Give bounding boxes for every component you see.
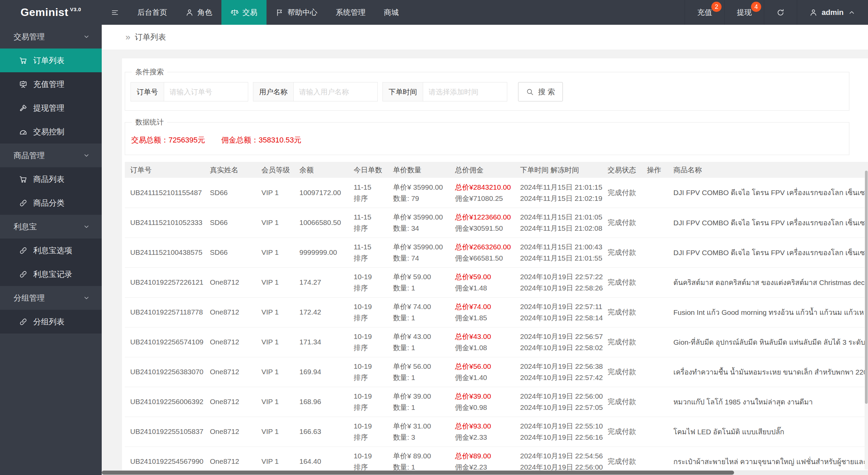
commission: 佣金¥1.48 <box>455 282 515 293</box>
nav-item-system[interactable]: 系统管理 <box>327 0 375 25</box>
sidebar-group-goods-mgmt[interactable]: 商品管理 <box>0 144 102 167</box>
real-name-cell: One8712 <box>204 417 256 446</box>
total-commission-cell: 总价¥93.00佣金¥2.33 <box>450 417 515 446</box>
quantity: 数量: 34 <box>393 223 450 234</box>
sidebar-item-label: 利息宝选项 <box>33 245 72 256</box>
day-date: 11-15 <box>354 211 388 223</box>
day-count-cell: 11-15排序 <box>348 238 388 267</box>
nav-item-label: 帮助中心 <box>288 7 317 18</box>
trade-total-stat: 交易总额：7256395元 <box>131 136 205 144</box>
sidebar-item-withdraw-mgmt[interactable]: 提现管理 <box>0 96 102 120</box>
breadcrumb: » 订单列表 <box>102 25 868 50</box>
nav-item-label: 商城 <box>384 7 399 18</box>
person-icon <box>185 8 194 17</box>
app-logo: Geminist V3.0 <box>0 0 102 25</box>
product-name-cell: DJI FPV COMBO ดีเจไอ โดรน FPV เครื่องแรก… <box>668 178 868 208</box>
day-date: 10-19 <box>354 301 388 312</box>
table-row: UB2410192257118778One8712VIP 1172.4210-1… <box>125 297 868 327</box>
search-button[interactable]: 搜 索 <box>518 82 563 101</box>
search-row: 订单号 用户名称 下单时间 搜 索 <box>131 82 849 101</box>
status-cell: 完成付款 <box>602 208 642 238</box>
balance-cell: 169.94 <box>294 357 348 387</box>
nav-item-trade[interactable]: 交易 <box>221 0 267 25</box>
day-count-cell: 11-15排序 <box>348 178 388 208</box>
sidebar-panel-goods-mgmt: 商品列表商品分类 <box>0 167 102 215</box>
quantity: 数量: 1 <box>393 312 450 323</box>
flag-icon <box>276 8 284 17</box>
sidebar-item-lixibao-records[interactable]: 利息宝记录 <box>0 262 102 286</box>
menu-toggle-button[interactable] <box>102 0 128 25</box>
time-cell: 2024年10月19日 22:56:382024年10月19日 22:57:42 <box>515 357 602 387</box>
status-cell: 完成付款 <box>602 178 642 208</box>
top-navbar: Geminist V3.0 后台首页角色交易帮助中心系统管理商城 充值2提现4a… <box>0 0 868 25</box>
sidebar-group-group-mgmt[interactable]: 分组管理 <box>0 286 102 310</box>
level-cell: VIP 1 <box>256 208 294 238</box>
sidebar-item-recharge-mgmt[interactable]: 充值管理 <box>0 72 102 96</box>
link-icon <box>19 318 27 326</box>
order-no-cell: UB2410192257226121 <box>125 267 204 297</box>
order-no-cell: UB2410192257118778 <box>125 297 204 327</box>
total-price: 总价¥89.00 <box>455 450 515 461</box>
table-row: UB2411152101052333SD66VIP 110066580.5011… <box>125 208 868 238</box>
nav-item-mall[interactable]: 商城 <box>375 0 408 25</box>
nav-item-withdraw[interactable]: 提现4 <box>724 0 764 25</box>
stats-fieldset: 数据统计 交易总额：7256395元 佣金总额：358310.53元 <box>125 117 849 155</box>
nav-item-roles[interactable]: 角色 <box>176 0 221 25</box>
sidebar-item-trade-control[interactable]: 交易控制 <box>0 120 102 144</box>
order-time: 2024年11月15日 21:00:43 <box>520 241 602 252</box>
sidebar-item-goods-list[interactable]: 商品列表 <box>0 167 102 191</box>
link-icon <box>19 199 27 207</box>
user-name-input[interactable] <box>294 82 377 101</box>
action-cell <box>642 417 668 446</box>
sidebar-panel-group-mgmt: 分组列表 <box>0 310 102 334</box>
real-name-cell: SD66 <box>204 178 256 208</box>
order-time-field-label: 下单时间 <box>383 82 423 101</box>
content-card: 条件搜索 订单号 用户名称 下单时间 <box>122 58 868 475</box>
order-no-cell: UB2410192256383070 <box>125 357 204 387</box>
day-date: 11-15 <box>354 241 388 252</box>
quantity: 数量: 1 <box>393 342 450 353</box>
horizontal-scrollbar-thumb[interactable] <box>102 471 734 475</box>
link-icon <box>19 246 27 255</box>
unit-price-qty-cell: 单价¥ 35990.00数量: 74 <box>388 238 450 267</box>
order-time-input[interactable] <box>423 82 507 101</box>
order-no-input[interactable] <box>164 82 248 101</box>
main-area: » 订单列表 条件搜索 订单号 用户名称 <box>102 25 868 475</box>
sidebar-item-group-list[interactable]: 分组列表 <box>0 310 102 334</box>
nav-item-help[interactable]: 帮助中心 <box>267 0 327 25</box>
level-cell: VIP 1 <box>256 238 294 267</box>
table-header-row: 订单号真实姓名会员等级余额今日单数单价数量总价佣金下单时间 解冻时间交易状态操作… <box>125 162 868 178</box>
content-area: 条件搜索 订单号 用户名称 下单时间 <box>102 50 868 475</box>
cart-icon <box>19 175 27 184</box>
column-header: 今日单数 <box>348 162 388 178</box>
vertical-scrollbar-thumb[interactable] <box>865 171 868 404</box>
nav-item-home[interactable]: 后台首页 <box>128 0 176 25</box>
level-cell: VIP 1 <box>256 327 294 357</box>
total-price: 总价¥56.00 <box>455 361 515 372</box>
total-commission-cell: 总价¥74.00佣金¥1.85 <box>450 297 515 327</box>
sidebar-item-lixibao-options[interactable]: 利息宝选项 <box>0 239 102 262</box>
commission: 佣金¥1.85 <box>455 312 515 323</box>
commission: 佣金¥30591.50 <box>455 223 515 234</box>
order-no-cell: UB2411152101052333 <box>125 208 204 238</box>
unfreeze-time: 2024年10月19日 22:56:16 <box>520 432 602 443</box>
navbar-right: 充值2提现4admin <box>685 0 868 25</box>
sidebar-group-trade-mgmt[interactable]: 交易管理 <box>0 25 102 49</box>
day-count-cell: 10-19排序 <box>348 357 388 387</box>
order-time: 2024年10月19日 22:54:56 <box>520 450 602 461</box>
sidebar-item-goods-category[interactable]: 商品分类 <box>0 191 102 215</box>
nav-item-admin[interactable]: admin <box>797 0 868 25</box>
sidebar-group-lixibao[interactable]: 利息宝 <box>0 215 102 239</box>
sidebar-item-order-list[interactable]: 订单列表 <box>0 49 102 72</box>
refresh-button[interactable] <box>764 0 797 25</box>
sort-label: 排序 <box>354 342 388 353</box>
day-date: 11-15 <box>354 182 388 193</box>
status-cell: 完成付款 <box>602 267 642 297</box>
real-name-cell: One8712 <box>204 387 256 417</box>
cart-icon <box>19 56 27 65</box>
action-cell <box>642 297 668 327</box>
commission-total-stat: 佣金总额：358310.53元 <box>221 136 301 144</box>
status-cell: 完成付款 <box>602 417 642 446</box>
day-count-cell: 10-19排序 <box>348 267 388 297</box>
nav-item-recharge[interactable]: 充值2 <box>685 0 724 25</box>
